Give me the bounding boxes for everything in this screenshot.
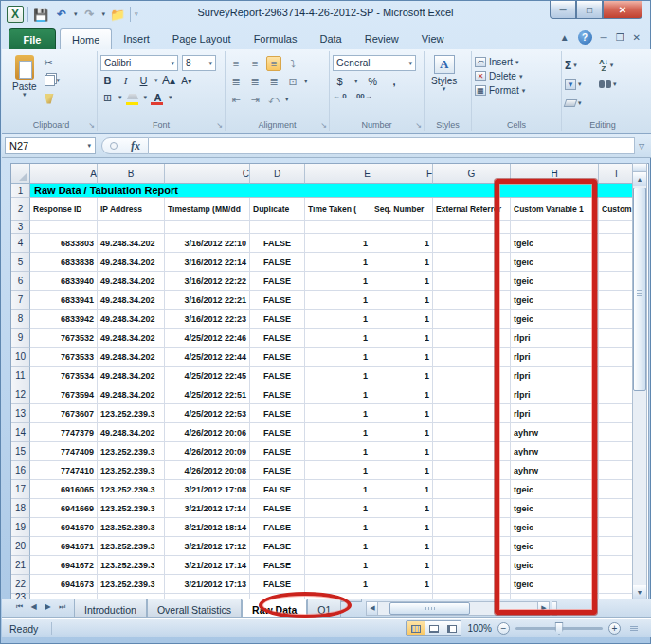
cell-B8[interactable]: 49.248.34.202 [98,310,165,329]
cell-E15[interactable]: 1 [305,442,371,461]
row-number-18[interactable]: 18 [11,499,30,518]
wrap-text-button[interactable]: ⤺ [266,92,281,107]
minimize-ribbon-icon[interactable]: ▲ [560,32,570,43]
currency-button[interactable]: $ [333,74,347,89]
cell-C6[interactable]: 3/16/2012 22:22 [165,272,250,291]
col-header-I[interactable]: I [599,164,635,184]
cell-B20[interactable]: 123.252.239.3 [98,537,165,556]
italic-button[interactable]: I [118,73,133,88]
row-number-11[interactable]: 11 [11,367,30,385]
cell-F12[interactable]: 1 [371,385,433,404]
cell-E10[interactable]: 1 [305,348,371,367]
cell-F22[interactable]: 1 [371,575,433,594]
cell-E18[interactable]: 1 [305,499,371,518]
cell-G10[interactable] [433,348,511,367]
sheet-tab-partial[interactable] [341,599,362,602]
cell-H10[interactable]: rlpri [511,348,599,367]
cell-D17[interactable]: FALSE [250,480,305,499]
cell-C7[interactable]: 3/16/2012 22:21 [165,291,250,310]
cell-A5[interactable]: 6833838 [30,253,98,272]
bottom-align-button[interactable]: ≡ [266,56,281,71]
col-header-C[interactable]: C [165,164,250,184]
page-break-view-button[interactable] [443,621,461,635]
cell-E8[interactable]: 1 [305,310,371,329]
expand-formula-bar-icon[interactable]: ▽ [635,137,648,154]
col-header-D[interactable]: D [250,164,305,184]
copy-button[interactable]: ▾ [43,73,63,88]
cell-A10[interactable]: 7673533 [30,348,98,367]
underline-dropdown-icon[interactable]: ▾ [154,78,158,83]
select-all-corner[interactable] [11,164,30,184]
middle-align-button[interactable]: ≡ [247,56,262,71]
header-cell-E2[interactable]: Time Taken ( [305,198,371,221]
cell-H6[interactable]: tgeic [511,272,599,291]
cell-C10[interactable]: 4/25/2012 22:44 [165,348,250,367]
cell-C20[interactable]: 3/21/2012 17:12 [165,537,250,556]
cell-F16[interactable]: 1 [371,461,433,480]
tab-page-layout[interactable]: Page Layout [161,28,243,49]
cell-F21[interactable]: 1 [371,556,433,575]
col-header-B[interactable]: B [98,164,165,184]
cell-H4[interactable]: tgeic [511,234,599,253]
cell-H14[interactable]: ayhrw [511,423,599,442]
cell-B15[interactable]: 123.252.239.3 [98,442,165,461]
grow-font-button[interactable]: A▴ [162,73,176,88]
cell-F15[interactable]: 1 [371,442,433,461]
cell-B18[interactable]: 123.252.239.3 [98,499,165,518]
cell-I8[interactable] [599,310,635,329]
cell-G4[interactable] [433,234,511,253]
cell-E17[interactable]: 1 [305,480,371,499]
cell-D12[interactable]: FALSE [250,385,305,404]
cell-F7[interactable]: 1 [371,291,433,310]
last-sheet-icon[interactable]: ⏭ [56,602,68,612]
cell-E7[interactable]: 1 [305,291,371,310]
cell-C8[interactable]: 3/16/2012 22:23 [165,310,250,329]
format-cells-button[interactable]: ▦Format▾ [475,85,525,96]
col-header-A[interactable]: A [30,164,98,184]
row-number-6[interactable]: 6 [11,272,30,291]
cell-D22[interactable]: FALSE [250,575,305,594]
number-dialog-launcher-icon[interactable]: ↘ [415,121,422,130]
sheet-tab-q1[interactable]: Q1 [307,599,341,618]
cell-F17[interactable]: 1 [371,480,433,499]
row-number-1[interactable]: 1 [11,184,30,198]
cell-H21[interactable]: tgeic [511,556,599,575]
row-number-17[interactable]: 17 [11,480,30,499]
cell-G13[interactable] [433,404,511,423]
cell-D6[interactable]: FALSE [250,272,305,291]
cell-F10[interactable]: 1 [371,348,433,367]
cell-A22[interactable]: 6941673 [30,575,98,594]
row-number-20[interactable]: 20 [11,537,30,556]
cell-D10[interactable]: FALSE [250,348,305,367]
cell-B6[interactable]: 49.248.34.202 [98,272,165,291]
format-painter-button[interactable] [43,91,63,106]
cell-A20[interactable]: 6941671 [30,537,98,556]
font-color-button[interactable]: A [151,90,165,105]
cell-A12[interactable]: 7673594 [30,385,98,404]
cell-E20[interactable]: 1 [305,537,371,556]
cell-B11[interactable]: 49.248.34.202 [98,367,165,385]
cell-E9[interactable]: 1 [305,329,371,348]
cell-A17[interactable]: 6916065 [30,480,98,499]
cell-H11[interactable]: rlpri [511,367,599,385]
cell-H7[interactable]: tgeic [511,291,599,310]
cell-A19[interactable]: 6941670 [30,518,98,537]
cell-G5[interactable] [433,253,511,272]
cell-E12[interactable]: 1 [305,385,371,404]
cell-I19[interactable] [599,518,635,537]
cell-G6[interactable] [433,272,511,291]
cell-G18[interactable] [433,499,511,518]
horizontal-scrollbar[interactable]: ◀ ▶ [366,600,557,616]
cut-button[interactable]: ✂ [43,55,63,70]
vscroll-split-handle[interactable] [633,164,646,172]
workbook-close-icon[interactable]: ✕ [633,32,641,43]
cell-F13[interactable]: 1 [371,404,433,423]
cell-D20[interactable]: FALSE [250,537,305,556]
zoom-slider[interactable] [515,627,603,630]
paste-dropdown-icon[interactable]: ▾ [23,92,27,98]
clipboard-dialog-launcher-icon[interactable]: ↘ [88,121,95,130]
cell-E21[interactable]: 1 [305,556,371,575]
fill-color-button[interactable] [126,90,140,105]
cell-B12[interactable]: 49.248.34.202 [98,385,165,404]
cell-I14[interactable] [599,423,635,442]
